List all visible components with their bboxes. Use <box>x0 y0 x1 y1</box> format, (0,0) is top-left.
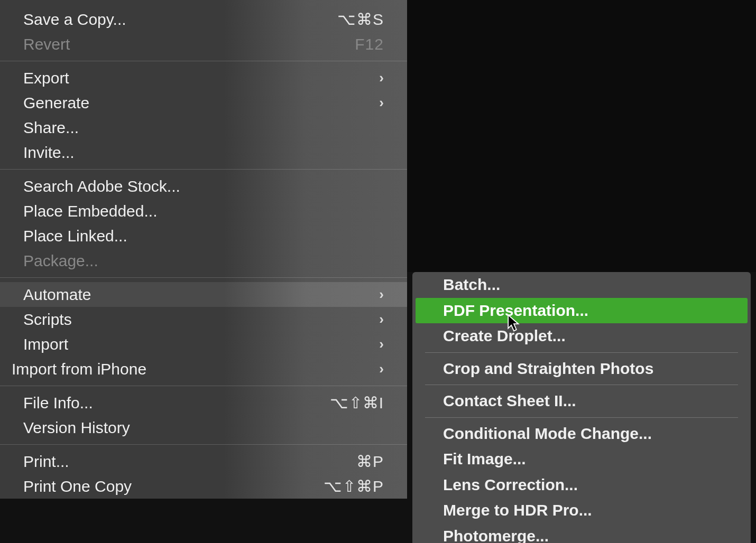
menu-label: Automate <box>23 284 91 305</box>
menu-separator <box>0 277 407 278</box>
submenu-label: Create Droplet... <box>443 325 566 347</box>
submenu-label: Conditional Mode Change... <box>443 423 652 445</box>
menu-label: Export <box>23 68 69 88</box>
menu-shortcut: ⌥⌘S <box>337 9 384 30</box>
menu-shortcut: ⌘P <box>356 451 384 472</box>
menu-label: Revert <box>23 34 70 54</box>
submenu-item-contact-sheet[interactable]: Contact Sheet II... <box>412 388 751 414</box>
automate-submenu: Batch... PDF Presentation... Create Drop… <box>412 272 751 543</box>
submenu-label: Contact Sheet II... <box>443 390 576 412</box>
menu-item-place-embedded[interactable]: Place Embedded... <box>0 199 407 223</box>
menu-item-import[interactable]: Import › <box>0 332 407 357</box>
menu-item-invite[interactable]: Invite... <box>0 140 407 165</box>
submenu-item-crop-straighten[interactable]: Crop and Straighten Photos <box>412 356 751 382</box>
submenu-label: Fit Image... <box>443 448 526 470</box>
menu-item-automate[interactable]: Automate › <box>0 282 407 307</box>
submenu-item-photomerge[interactable]: Photomerge... <box>412 523 751 544</box>
submenu-separator <box>425 385 738 385</box>
submenu-separator <box>425 352 738 353</box>
chevron-right-icon: › <box>379 286 384 304</box>
chevron-right-icon: › <box>379 360 384 378</box>
menu-label: Print... <box>23 451 69 472</box>
menu-item-print-one[interactable]: Print One Copy ⌥⇧⌘P <box>0 474 407 499</box>
menu-label: Import <box>23 334 68 354</box>
menu-item-export[interactable]: Export › <box>0 65 407 90</box>
submenu-item-fit-image[interactable]: Fit Image... <box>412 446 751 472</box>
submenu-item-conditional-mode[interactable]: Conditional Mode Change... <box>412 421 751 447</box>
menu-label: Save a Copy... <box>23 9 126 30</box>
menu-label: Share... <box>23 117 79 138</box>
submenu-item-create-droplet[interactable]: Create Droplet... <box>412 323 751 349</box>
menu-label: Invite... <box>23 142 75 163</box>
submenu-label: Crop and Straighten Photos <box>443 358 653 380</box>
canvas-background <box>407 0 756 272</box>
menu-item-generate[interactable]: Generate › <box>0 90 407 115</box>
submenu-label: PDF Presentation... <box>443 300 588 322</box>
file-menu: Save As... ⇧⌘S Save a Copy... ⌥⌘S Revert… <box>0 0 407 499</box>
submenu-separator <box>425 417 738 418</box>
menu-shortcut: ⌥⇧⌘P <box>324 476 384 497</box>
submenu-label: Batch... <box>443 274 500 296</box>
menu-item-share[interactable]: Share... <box>0 115 407 140</box>
submenu-label: Photomerge... <box>443 526 549 544</box>
chevron-right-icon: › <box>379 69 384 87</box>
menu-label: Generate <box>23 92 89 113</box>
menu-shortcut: ⇧⌘S <box>343 0 384 5</box>
menu-label: Place Embedded... <box>23 201 158 221</box>
menu-label: Package... <box>23 250 98 271</box>
menu-label: Place Linked... <box>23 226 127 246</box>
menu-item-print[interactable]: Print... ⌘P <box>0 449 407 474</box>
chevron-right-icon: › <box>379 94 384 112</box>
menu-item-package: Package... <box>0 248 407 273</box>
menu-label: Print One Copy <box>23 476 132 497</box>
chevron-right-icon: › <box>379 335 384 353</box>
menu-item-save-as[interactable]: Save As... ⇧⌘S <box>0 0 407 7</box>
menu-separator <box>0 169 407 170</box>
submenu-item-pdf-presentation[interactable]: PDF Presentation... <box>416 298 748 324</box>
submenu-item-merge-hdr[interactable]: Merge to HDR Pro... <box>412 498 751 523</box>
menu-item-import-iphone[interactable]: Import from iPhone › <box>0 357 407 381</box>
menu-label: Save As... <box>23 0 95 5</box>
menu-label: Import from iPhone <box>12 359 146 379</box>
menu-label: File Info... <box>23 392 93 413</box>
chevron-right-icon: › <box>379 311 384 329</box>
menu-item-search-stock[interactable]: Search Adobe Stock... <box>0 174 407 199</box>
submenu-item-batch[interactable]: Batch... <box>412 272 751 298</box>
menu-label: Scripts <box>23 309 72 330</box>
submenu-label: Lens Correction... <box>443 474 578 496</box>
menu-item-scripts[interactable]: Scripts › <box>0 307 407 332</box>
menu-item-file-info[interactable]: File Info... ⌥⇧⌘I <box>0 390 407 415</box>
menu-item-save-copy[interactable]: Save a Copy... ⌥⌘S <box>0 7 407 32</box>
menu-item-revert: Revert F12 <box>0 32 407 57</box>
menu-separator <box>0 444 407 445</box>
menu-item-version-history[interactable]: Version History <box>0 415 407 440</box>
submenu-item-lens-correction[interactable]: Lens Correction... <box>412 472 751 498</box>
menu-separator <box>0 61 407 61</box>
submenu-label: Merge to HDR Pro... <box>443 500 592 521</box>
menu-item-place-linked[interactable]: Place Linked... <box>0 223 407 248</box>
menu-label: Search Adobe Stock... <box>23 176 180 196</box>
menu-label: Version History <box>23 417 130 438</box>
menu-shortcut: F12 <box>355 34 384 54</box>
menu-shortcut: ⌥⇧⌘I <box>330 392 384 413</box>
menu-separator <box>0 386 407 386</box>
